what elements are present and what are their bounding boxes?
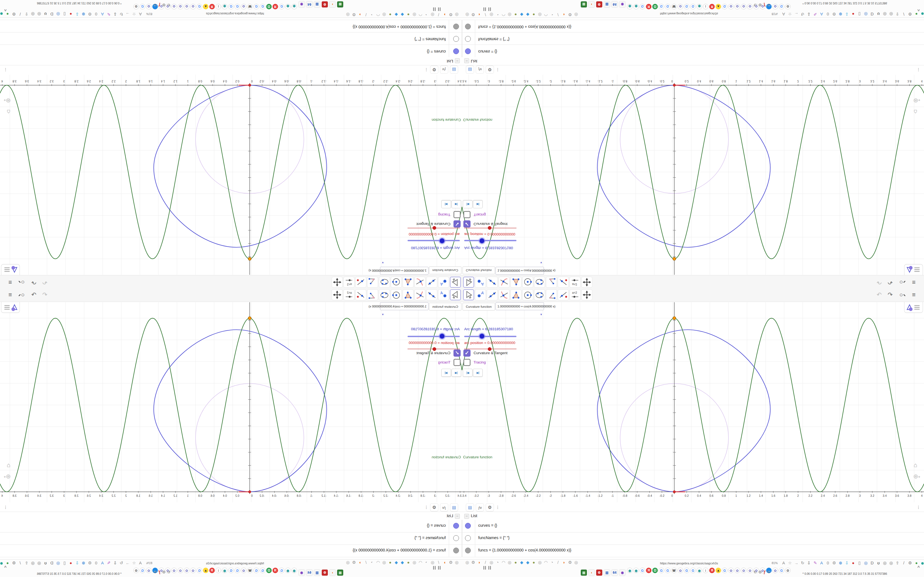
tab-favicon-yandex[interactable]: Я <box>709 4 715 9</box>
tab-favicon-flower[interactable]: ✿ <box>178 4 183 9</box>
tool-move-cursor[interactable] <box>450 277 461 288</box>
tool-line-two-points[interactable] <box>487 277 498 288</box>
tab-favicon-google[interactable]: G <box>254 4 259 9</box>
firefox-icon[interactable]: ◗ <box>357 560 363 565</box>
terminal-book-icon[interactable]: ▦ <box>337 570 343 575</box>
gear-icon[interactable]: ⚙ <box>907 561 913 566</box>
refresh-icon[interactable]: ↻ <box>800 561 806 566</box>
gear-icon[interactable]: ⚙ <box>567 560 573 565</box>
tab-favicon-flower[interactable]: ✿ <box>184 4 189 9</box>
search-icon[interactable]: ○ <box>18 291 27 299</box>
tool-angle[interactable] <box>367 289 378 300</box>
kebab-icon[interactable]: ⋮ <box>3 66 8 74</box>
tool-circle-center-point[interactable] <box>391 289 402 300</box>
crayon-icon[interactable]: ✎ <box>106 561 112 566</box>
tab-favicon-google[interactable]: G <box>690 4 696 9</box>
olive-dot-icon[interactable]: ● <box>531 560 537 565</box>
kebab-icon[interactable]: ⋮ <box>916 503 921 511</box>
undo-icon[interactable]: ↶ <box>40 291 50 299</box>
shield-ud-icon[interactable]: ʊ <box>42 12 48 16</box>
refresh-icon[interactable]: ↻ <box>152 3 157 7</box>
search-icon[interactable]: ○ <box>897 291 906 299</box>
olive-dot-icon[interactable]: ● <box>513 560 519 565</box>
curvature-value-point[interactable] <box>248 258 251 261</box>
floppy-64-icon[interactable]: 64 <box>306 2 312 7</box>
gauge-icon[interactable]: ◔ <box>423 12 430 17</box>
star-icon[interactable]: ☆ <box>131 11 137 16</box>
down-circle-icon[interactable]: ⇩ <box>74 561 80 566</box>
tab-favicon-wikipedia[interactable]: W <box>247 4 253 9</box>
tab-favicon-yandex[interactable]: Я <box>209 568 215 573</box>
down-circle-icon[interactable]: ⇩ <box>844 11 850 16</box>
zoom-magnifier-icon[interactable]: ◎₊ <box>3 473 10 479</box>
tool-point-label[interactable]: A <box>438 289 449 300</box>
gear-icon[interactable]: ⚙ <box>351 560 357 565</box>
gear-icon[interactable]: ⚙ <box>831 561 837 566</box>
algebra-view-tab[interactable] <box>1 264 20 275</box>
tab-favicon-google[interactable]: G <box>234 4 240 9</box>
globe-icon[interactable]: ◎ <box>537 560 543 565</box>
arc-position-point[interactable] <box>249 84 251 87</box>
wrench-icon[interactable]: / <box>555 12 561 17</box>
curvature-tangent-checkbox[interactable]: ✓ <box>454 350 460 357</box>
tab-favicon-google[interactable]: G <box>228 568 234 573</box>
tool-angle[interactable] <box>546 277 557 288</box>
address-bar-url[interactable]: https://www.geogebra.org/classic/aagcxh3… <box>660 12 718 15</box>
tool-slider-tool[interactable]: a=2 <box>344 277 354 288</box>
gear-icon[interactable]: ⚙ <box>87 11 93 16</box>
tab-favicon-wikipedia[interactable]: W <box>247 568 253 573</box>
home-icon[interactable]: ⌂ <box>7 108 10 115</box>
arc-icon[interactable]: ◠ <box>501 12 507 17</box>
kebab-icon[interactable]: ⋮ <box>424 503 428 511</box>
tab-favicon-flower[interactable]: ✿ <box>772 4 778 9</box>
tab-favicon-flower[interactable]: ✿ <box>741 568 746 573</box>
refresh-icon[interactable]: ↻ <box>767 3 772 7</box>
redo-icon[interactable]: ↷ <box>885 291 895 299</box>
tool-line-point[interactable] <box>558 277 569 288</box>
firefox-icon[interactable]: ◗ <box>442 12 448 17</box>
algebra-view-tab[interactable] <box>904 302 923 313</box>
firefox-icon[interactable]: ◗ <box>442 560 448 565</box>
tab-favicon-flower[interactable]: ✿ <box>146 568 152 573</box>
trash-icon[interactable]: ▯ <box>856 11 863 16</box>
translate-icon[interactable]: A <box>137 12 144 16</box>
globe-icon[interactable]: ◎ <box>488 12 494 17</box>
tool-intersect-curves[interactable] <box>414 277 425 288</box>
zoom-magnifier-icon[interactable]: ◎₊ <box>914 473 921 479</box>
undo-icon[interactable]: ↶ <box>874 278 884 286</box>
download-icon[interactable]: ⇩ <box>806 11 812 16</box>
globe-icon[interactable]: ◎ <box>454 12 460 17</box>
target-icon[interactable]: ◎ <box>36 561 42 566</box>
gauge-icon[interactable]: ◔ <box>494 560 501 565</box>
tab-favicon[interactable]: ◉ <box>633 568 639 573</box>
zoom-magnifier-icon[interactable]: ◎₊ <box>3 98 10 104</box>
gauge-icon[interactable]: ◔ <box>549 560 555 565</box>
capsule-icon[interactable]: 0 <box>825 561 831 565</box>
globe-icon[interactable]: ◎ <box>863 11 869 16</box>
tab-favicon-google[interactable]: G <box>279 568 284 573</box>
gear-icon[interactable]: ⚙ <box>758 570 764 574</box>
arc-length-slider[interactable] <box>464 336 517 337</box>
visibility-toggle[interactable] <box>465 548 471 553</box>
tab-favicon-gear[interactable]: ⚙ <box>133 568 139 573</box>
search-icon[interactable]: ○ <box>897 278 906 286</box>
tab-favicon-flower[interactable]: ✿ <box>678 4 683 9</box>
panel-layout-icon[interactable]: ▤ <box>450 66 458 74</box>
gear-icon[interactable]: ⚙ <box>907 11 913 16</box>
function-dropdown[interactable]: 1.000000000000 + cos(4.000000000000 x)▼ <box>496 267 544 275</box>
panel-layout-icon[interactable]: ▤ <box>466 503 474 511</box>
arc-length-slider[interactable] <box>407 336 460 337</box>
algebra-view-tab[interactable] <box>904 264 923 275</box>
thumb-up-icon[interactable]: ⇧ <box>23 11 30 16</box>
globe-icon[interactable]: ◎ <box>430 12 436 17</box>
kebab-icon[interactable]: ⋮ <box>496 503 500 511</box>
globe-icon[interactable]: ◎ <box>55 11 61 16</box>
target-icon[interactable]: ◎ <box>882 11 888 16</box>
tool-move-cursor[interactable] <box>463 277 474 288</box>
arc-position-slider-knob[interactable] <box>433 226 436 230</box>
tool-polygon[interactable] <box>510 277 522 288</box>
tab-favicon-info[interactable]: i <box>216 568 221 573</box>
refresh-icon[interactable]: ↻ <box>800 11 806 16</box>
floppy-64-icon[interactable]: 64 <box>612 570 618 575</box>
tab-favicon-google[interactable]: G <box>665 568 670 573</box>
